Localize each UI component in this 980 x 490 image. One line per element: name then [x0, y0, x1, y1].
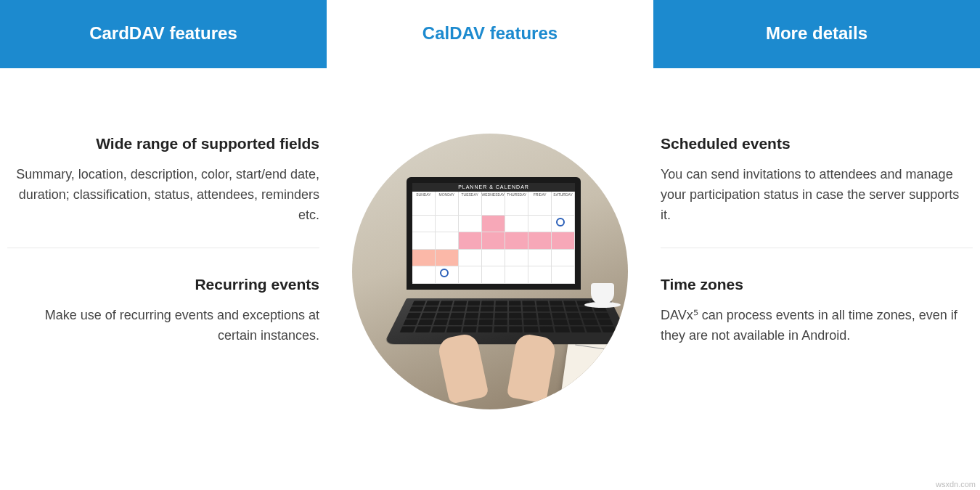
coffee-cup — [584, 275, 621, 308]
center-column: PLANNER & CALENDAR SUNDAY MONDAY TUESDAY… — [327, 134, 653, 409]
right-column: Scheduled events You can send invitation… — [653, 134, 980, 409]
left-column: Wide range of supported fields Summary, … — [0, 134, 327, 409]
tab-carddav[interactable]: CardDAV features — [0, 0, 327, 68]
feature-title: Recurring events — [7, 274, 319, 294]
hero-image: PLANNER & CALENDAR SUNDAY MONDAY TUESDAY… — [352, 134, 628, 409]
day-label: FRIDAY — [528, 192, 552, 198]
laptop-screen: PLANNER & CALENDAR SUNDAY MONDAY TUESDAY… — [407, 177, 581, 290]
feature-description: Make use of recurring events and excepti… — [7, 306, 319, 346]
feature-scheduled-events: Scheduled events You can send invitation… — [661, 134, 973, 248]
calendar-day-labels: SUNDAY MONDAY TUESDAY WEDNESDAY THURSDAY… — [412, 192, 575, 198]
tabs-container: CardDAV features CalDAV features More de… — [0, 0, 980, 68]
feature-description: Summary, location, description, color, s… — [7, 165, 319, 226]
feature-supported-fields: Wide range of supported fields Summary, … — [7, 134, 319, 248]
day-label: SUNDAY — [412, 192, 436, 198]
feature-title: Wide range of supported fields — [7, 134, 319, 153]
feature-description: You can send invitations to attendees an… — [661, 165, 973, 226]
day-label: SATURDAY — [552, 192, 575, 198]
day-label: WEDNESDAY — [482, 192, 506, 198]
calendar-grid — [412, 198, 575, 284]
laptop-illustration: PLANNER & CALENDAR SUNDAY MONDAY TUESDAY… — [385, 177, 603, 337]
day-label: TUESDAY — [459, 192, 482, 198]
watermark-text: wsxdn.com — [936, 480, 976, 489]
day-label: MONDAY — [436, 192, 459, 198]
tab-more-details[interactable]: More details — [653, 0, 980, 68]
feature-time-zones: Time zones DAVx⁵ can process events in a… — [661, 274, 973, 368]
feature-title: Time zones — [661, 274, 973, 294]
feature-recurring-events: Recurring events Make use of recurring e… — [7, 274, 319, 368]
calendar-header: PLANNER & CALENDAR — [412, 183, 575, 192]
content-area: Wide range of supported fields Summary, … — [0, 68, 980, 409]
feature-title: Scheduled events — [661, 134, 973, 153]
day-label: THURSDAY — [505, 192, 528, 198]
tab-caldav[interactable]: CalDAV features — [327, 0, 653, 68]
calendar-on-screen: PLANNER & CALENDAR SUNDAY MONDAY TUESDAY… — [412, 183, 575, 284]
feature-description: DAVx⁵ can process events in all time zon… — [661, 306, 973, 346]
